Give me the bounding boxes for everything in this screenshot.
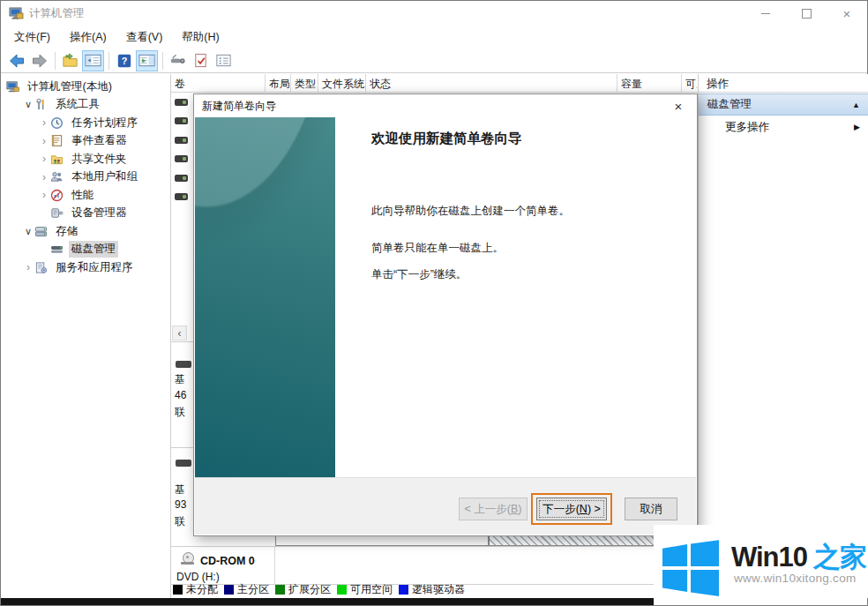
- column-header-layout[interactable]: 布局: [266, 74, 291, 92]
- show-hide-console-tree-icon[interactable]: [59, 50, 81, 71]
- section-divider: [171, 546, 698, 547]
- close-icon: ×: [675, 99, 683, 114]
- scrollbar-left-arrow[interactable]: ‹: [172, 325, 187, 340]
- storage-icon: [34, 224, 49, 238]
- collapse-arrow-icon[interactable]: ▲: [852, 101, 860, 109]
- back-arrow-icon[interactable]: [5, 50, 27, 71]
- minimize-button[interactable]: [745, 1, 786, 26]
- chevron-collapsed-icon[interactable]: ›: [38, 116, 50, 129]
- wizard-paragraph: 单击“下一步”继续。: [371, 267, 467, 282]
- column-header-freespace[interactable]: 可用空间: [682, 74, 697, 92]
- sidebar-item-system-tools[interactable]: ∨ 系统工具: [2, 96, 170, 115]
- toolbar-separator: [108, 52, 109, 70]
- legend-item: 逻辑驱动器: [399, 582, 465, 597]
- menu-help[interactable]: 帮助(H): [172, 26, 228, 49]
- more-actions-item[interactable]: 更多操作 ▶: [699, 116, 868, 138]
- sidebar-item-shared-folders[interactable]: › 共享文件夹: [2, 150, 170, 168]
- menu-view[interactable]: 查看(V): [116, 26, 173, 49]
- actions-group-disk-management[interactable]: 磁盘管理 ▲: [699, 94, 868, 116]
- volume-row-icon[interactable]: [175, 137, 188, 144]
- sidebar-item-services-applications[interactable]: › 服务和应用程序: [2, 258, 170, 277]
- legend-item: 主分区: [224, 582, 269, 597]
- volume-row-icon[interactable]: [175, 193, 188, 200]
- chevron-expanded-icon[interactable]: ∨: [22, 226, 34, 237]
- performance-icon: [50, 188, 64, 202]
- disk1-icon[interactable]: [176, 460, 191, 467]
- sidebar-item-local-users-groups[interactable]: › 本地用户和组: [2, 168, 170, 187]
- disk0-type-partial: 基: [175, 372, 185, 387]
- watermark-url: www.win10xitong.com: [734, 572, 857, 585]
- chevron-collapsed-icon[interactable]: ›: [38, 171, 50, 183]
- computer-management-app-icon: [9, 6, 24, 21]
- partition-bar-slice[interactable]: [275, 536, 489, 546]
- sidebar-item-disk-management[interactable]: 磁盘管理: [2, 241, 170, 259]
- cancel-button[interactable]: 取消: [625, 498, 677, 520]
- back-button[interactable]: < 上一步(B): [459, 498, 528, 520]
- window-title: 计算机管理: [29, 6, 85, 21]
- sidebar-item-event-viewer[interactable]: › 事件查看器: [2, 132, 170, 151]
- sidebar-item-label: 磁盘管理: [69, 241, 118, 258]
- check-document-icon[interactable]: [190, 50, 212, 71]
- chevron-collapsed-icon[interactable]: ›: [38, 189, 50, 201]
- sidebar-item-label: 性能: [69, 187, 96, 204]
- column-header-type[interactable]: 类型: [291, 74, 318, 92]
- chevron-collapsed-icon[interactable]: ›: [38, 153, 50, 165]
- menu-file[interactable]: 文件(F): [4, 26, 60, 49]
- unallocated-swatch: [173, 585, 183, 595]
- watermark-brand: Win10之家: [731, 539, 866, 576]
- disk0-icon[interactable]: [176, 361, 191, 368]
- wizard-heading: 欢迎使用新建简单卷向导: [371, 130, 522, 148]
- system-tools-icon: [34, 98, 49, 112]
- actions-header: 操作: [699, 74, 868, 93]
- new-simple-volume-wizard-dialog: 新建简单卷向导 × 欢迎使用新建简单卷向导 此向导帮助你在磁盘上创建一个简单卷。…: [193, 94, 698, 536]
- sidebar-item-label: 服务和应用程序: [53, 259, 136, 276]
- properties-list-icon[interactable]: [213, 50, 235, 71]
- wizard-side-banner: [195, 117, 335, 484]
- column-header-volume[interactable]: 卷: [171, 74, 266, 92]
- cdrom-title[interactable]: CD-ROM 0: [200, 555, 255, 567]
- volume-row-icon[interactable]: [175, 99, 188, 106]
- sidebar-item-task-scheduler[interactable]: › 任务计划程序: [2, 114, 170, 132]
- minimize-icon: [761, 13, 770, 14]
- volume-row-icon[interactable]: [175, 155, 188, 162]
- chevron-collapsed-icon[interactable]: ›: [22, 261, 34, 273]
- local-users-groups-icon: [50, 170, 64, 184]
- sidebar-item-label: 设备管理器: [69, 205, 130, 221]
- volume-row-icon[interactable]: [175, 117, 188, 124]
- dialog-close-button[interactable]: ×: [660, 94, 697, 117]
- sidebar-item-storage[interactable]: ∨ 存储: [2, 222, 170, 241]
- actions-panel: 操作 磁盘管理 ▲ 更多操作 ▶: [698, 74, 868, 598]
- action-pane-icon[interactable]: [136, 50, 158, 71]
- maximize-icon: [802, 9, 812, 19]
- free-space-swatch: [337, 585, 347, 595]
- shared-folders-icon: [50, 152, 64, 166]
- menu-action[interactable]: 操作(A): [60, 26, 116, 49]
- dialog-title-bar: 新建简单卷向导: [194, 94, 697, 117]
- volume-row-icon[interactable]: [175, 175, 188, 182]
- chevron-expanded-icon[interactable]: ∨: [22, 99, 34, 110]
- wizard-paragraph: 简单卷只能在单一磁盘上。: [371, 241, 504, 256]
- chevron-collapsed-icon[interactable]: ›: [38, 135, 50, 147]
- sidebar-item-device-manager[interactable]: 设备管理器: [2, 205, 170, 223]
- sidebar-item-computer-management[interactable]: 计算机管理(本地): [2, 78, 170, 96]
- column-header-status[interactable]: 状态: [366, 74, 617, 92]
- console-panel-icon[interactable]: [82, 50, 104, 71]
- task-scheduler-icon: [50, 116, 64, 130]
- actions-group-label: 磁盘管理: [707, 97, 752, 112]
- close-button[interactable]: ×: [827, 1, 867, 26]
- extended-partition-swatch: [275, 585, 285, 595]
- next-button[interactable]: 下一步(N) >: [536, 498, 607, 520]
- toolbar: ?: [1, 49, 867, 73]
- toolbar-separator: [162, 52, 163, 70]
- maximize-button[interactable]: [786, 1, 827, 26]
- label-column-divider: [274, 546, 275, 584]
- disk-tool-icon[interactable]: [167, 50, 189, 71]
- column-header-capacity[interactable]: 容量: [617, 74, 682, 92]
- sidebar-item-label: 计算机管理(本地): [25, 79, 115, 95]
- disk0-status-partial: 联: [175, 405, 185, 420]
- column-header-filesystem[interactable]: 文件系统: [318, 74, 366, 92]
- dialog-button-bar: < 上一步(B) 下一步(N) > 取消: [195, 477, 696, 535]
- help-icon[interactable]: ?: [113, 50, 135, 71]
- forward-arrow-icon[interactable]: [28, 50, 50, 71]
- sidebar-item-performance[interactable]: › 性能: [2, 186, 170, 205]
